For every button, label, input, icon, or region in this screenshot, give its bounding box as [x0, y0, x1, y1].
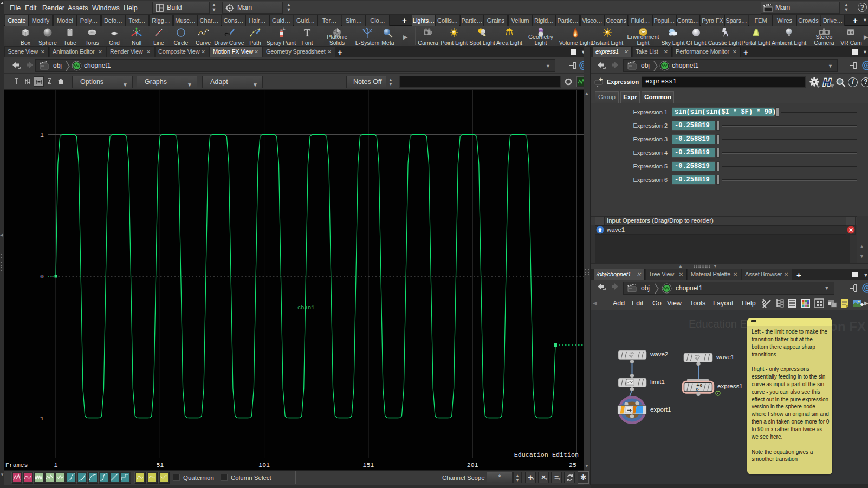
svg-text:151: 151 — [363, 461, 374, 469]
svg-text:0: 0 — [40, 273, 44, 280]
svg-text:1: 1 — [54, 461, 58, 469]
svg-text:101: 101 — [258, 461, 270, 469]
svg-text:Frames: Frames — [5, 461, 28, 469]
svg-text:chan1: chan1 — [297, 304, 315, 311]
svg-text:x÷: x÷ — [696, 387, 700, 391]
svg-text:1: 1 — [40, 132, 44, 139]
svg-text:-1: -1 — [36, 415, 44, 422]
svg-text:51: 51 — [156, 461, 164, 469]
svg-text:Education Edition: Education Edition — [514, 451, 579, 459]
svg-text:201: 201 — [467, 461, 478, 469]
svg-text:25: 25 — [569, 461, 576, 469]
